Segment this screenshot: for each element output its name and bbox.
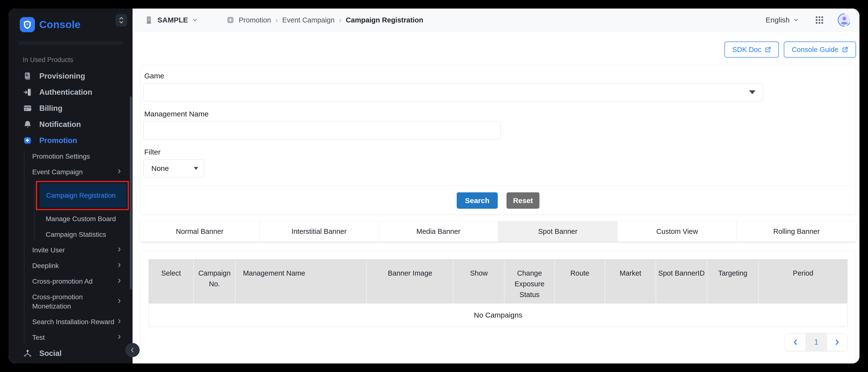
sidebar-item-campaign-registration[interactable]: Campaign Registration bbox=[40, 183, 126, 208]
sidebar-item-promotion-settings[interactable]: Promotion Settings bbox=[8, 149, 132, 164]
sdk-doc-label: SDK Doc bbox=[732, 45, 761, 54]
pagination: 1 bbox=[785, 333, 847, 351]
provisioning-icon bbox=[23, 71, 32, 81]
chevron-right-icon bbox=[117, 261, 122, 271]
sidebar-item-cross-promotion-monetization[interactable]: Cross-promotion Monetization bbox=[8, 289, 132, 314]
tab-spot-banner[interactable]: Spot Banner bbox=[498, 221, 617, 242]
column-header-campaign-no: Campaign No. bbox=[193, 259, 236, 303]
sidebar-item-label: Billing bbox=[39, 104, 62, 113]
sidebar-item-test[interactable]: Test bbox=[8, 330, 132, 345]
sidebar-item-social[interactable]: Social bbox=[8, 345, 132, 362]
sidebar-item-label: Deeplink bbox=[32, 261, 59, 271]
sidebar-collapse-button[interactable] bbox=[125, 343, 140, 357]
column-header-targeting: Targeting bbox=[707, 259, 758, 303]
breadcrumb-separator: › bbox=[275, 16, 278, 24]
console-guide-button[interactable]: Console Guide bbox=[784, 41, 856, 58]
column-header-market: Market bbox=[605, 259, 656, 303]
filter-label: Filter bbox=[144, 148, 853, 156]
chevron-right-icon bbox=[117, 297, 122, 306]
console-guide-label: Console Guide bbox=[792, 45, 838, 54]
sidebar-item-notification[interactable]: Notification bbox=[8, 117, 132, 132]
workspace-selector[interactable]: SAMPLE bbox=[145, 16, 198, 24]
sidebar-scrollbar[interactable] bbox=[130, 96, 132, 289]
sidebar-item-manage-custom-board[interactable]: Manage Custom Board bbox=[8, 211, 132, 227]
tab-custom-view[interactable]: Custom View bbox=[617, 221, 737, 242]
chevron-down-icon bbox=[793, 17, 799, 23]
select-caret-icon bbox=[749, 90, 755, 94]
app-grid-icon[interactable] bbox=[814, 15, 824, 25]
breadcrumb-item-promotion[interactable]: Promotion bbox=[239, 16, 271, 24]
search-filter-panel: Game Management Name Filter None bbox=[140, 65, 856, 215]
sidebar-item-provisioning[interactable]: Provisioning bbox=[8, 68, 132, 84]
submenu-promotion: Promotion SettingsEvent CampaignCampaign… bbox=[8, 149, 132, 345]
breadcrumb-item-event-campaign[interactable]: Event Campaign bbox=[282, 16, 334, 24]
filter-select[interactable]: None bbox=[143, 159, 204, 178]
column-header-route: Route bbox=[555, 259, 605, 303]
sidebar-item-label: Cross-promotion Monetization bbox=[32, 292, 116, 311]
column-header-management-name: Management Name bbox=[235, 259, 367, 303]
column-header-select: Select bbox=[149, 259, 193, 303]
sidebar-item-cross-promotion-ad[interactable]: Cross-promotion Ad bbox=[8, 274, 132, 289]
management-name-label: Management Name bbox=[144, 110, 853, 118]
empty-state: No Campaigns bbox=[149, 303, 847, 327]
column-header-show: Show bbox=[453, 259, 504, 303]
chevron-down-icon bbox=[192, 17, 198, 23]
chevron-right-icon bbox=[117, 317, 122, 327]
social-icon bbox=[23, 348, 32, 358]
console-logo-icon bbox=[20, 17, 35, 32]
sidebar-item-label: Campaign Statistics bbox=[45, 230, 106, 240]
tab-media-banner[interactable]: Media Banner bbox=[379, 221, 498, 242]
column-header-banner-image: Banner Image bbox=[367, 259, 453, 303]
chevron-right-icon bbox=[117, 167, 122, 177]
banner-type-tabs: Normal BannerInterstitial BannerMedia Ba… bbox=[140, 221, 856, 242]
sidebar-item-label: Provisioning bbox=[39, 72, 85, 81]
user-avatar[interactable] bbox=[837, 13, 851, 27]
sidebar-item-customer-service[interactable]: Customer Service bbox=[8, 362, 132, 364]
sidebar-section-label: In Used Products bbox=[23, 56, 132, 64]
sidebar-item-label: Promotion bbox=[39, 136, 77, 145]
column-header-change-exposure-status: Change Exposure Status bbox=[504, 259, 555, 303]
sidebar-item-label: Event Campaign bbox=[32, 167, 83, 177]
building-icon bbox=[145, 16, 154, 24]
external-link-icon bbox=[765, 46, 771, 53]
sidebar-item-deeplink[interactable]: Deeplink bbox=[8, 258, 132, 274]
management-name-input[interactable] bbox=[143, 121, 501, 140]
prev-page-button[interactable] bbox=[785, 334, 806, 351]
tab-interstitial-banner[interactable]: Interstitial Banner bbox=[259, 221, 379, 242]
language-selector[interactable]: English bbox=[766, 16, 799, 24]
next-page-button[interactable] bbox=[827, 334, 847, 351]
current-page: 1 bbox=[806, 334, 827, 351]
column-header-spot-bannerid: Spot BannerID bbox=[656, 259, 707, 303]
chevron-right-icon bbox=[117, 277, 122, 286]
sidebar-item-label: Search Installation·Reward bbox=[32, 317, 114, 327]
main-area: SAMPLE Promotion›Event Campaign›Campaign… bbox=[132, 8, 860, 364]
sidebar-item-label: Notification bbox=[39, 120, 81, 129]
tab-normal-banner[interactable]: Normal Banner bbox=[140, 221, 259, 242]
panel-divider bbox=[143, 185, 853, 186]
sidebar-item-event-campaign[interactable]: Event Campaign bbox=[8, 164, 132, 180]
sidebar-expand-toggle[interactable] bbox=[116, 14, 127, 27]
promotion-badge-icon bbox=[226, 16, 234, 24]
tab-rolling-banner[interactable]: Rolling Banner bbox=[737, 221, 856, 242]
chevron-right-icon bbox=[117, 333, 122, 342]
billing-icon bbox=[23, 103, 32, 113]
sidebar-item-promotion[interactable]: Promotion bbox=[8, 132, 132, 149]
breadcrumb: Promotion›Event Campaign›Campaign Regist… bbox=[226, 16, 423, 24]
sidebar-item-billing[interactable]: Billing bbox=[8, 100, 132, 117]
promotion-icon bbox=[23, 136, 32, 146]
sidebar-item-authentication[interactable]: Authentication bbox=[8, 84, 132, 100]
sidebar-item-campaign-statistics[interactable]: Campaign Statistics bbox=[8, 227, 132, 242]
app-logo-text: Console bbox=[39, 19, 81, 31]
search-button[interactable]: Search bbox=[457, 192, 498, 209]
sdk-doc-button[interactable]: SDK Doc bbox=[724, 41, 779, 58]
sidebar-item-search-installation-reward[interactable]: Search Installation·Reward bbox=[8, 314, 132, 330]
submenu-event-campaign: Campaign RegistrationManage Custom Board… bbox=[8, 183, 132, 242]
game-select[interactable] bbox=[143, 83, 763, 101]
authentication-icon bbox=[23, 87, 32, 97]
doc-buttons-row: SDK Doc Console Guide bbox=[140, 41, 856, 58]
table-header-row: SelectCampaign No.Management NameBanner … bbox=[149, 259, 847, 303]
reset-button[interactable]: Reset bbox=[506, 192, 539, 209]
sidebar-item-invite-user[interactable]: Invite User bbox=[8, 242, 132, 258]
sidebar-item-label: Promotion Settings bbox=[32, 152, 90, 161]
breadcrumb-item-campaign-registration: Campaign Registration bbox=[346, 16, 423, 24]
